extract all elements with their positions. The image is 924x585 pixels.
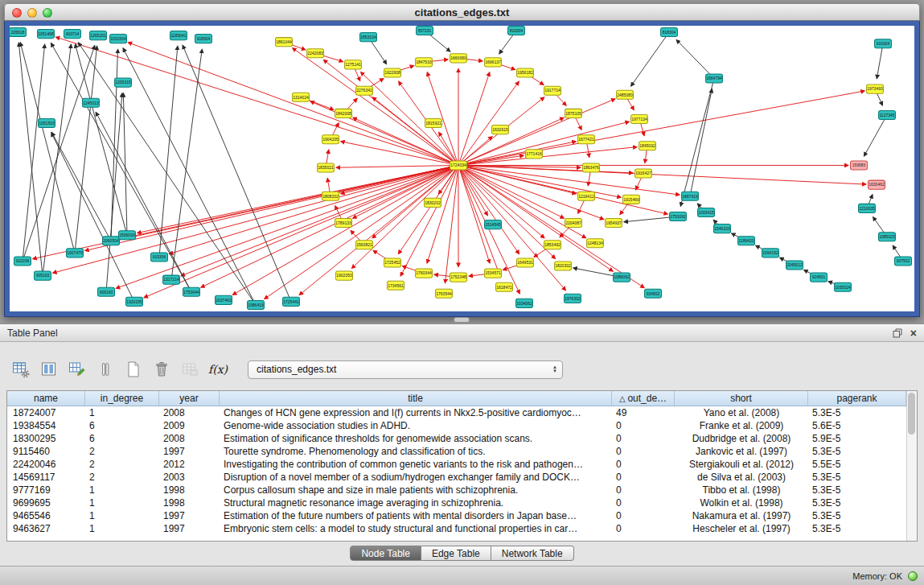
- graph-node[interactable]: 1696137: [485, 58, 502, 67]
- graph-node[interactable]: 1085023: [879, 233, 896, 241]
- tab-network-table[interactable]: Network Table: [491, 546, 574, 561]
- graph-node[interactable]: 1649531: [517, 258, 534, 267]
- graph-node[interactable]: 1320155: [126, 297, 143, 306]
- graph-node[interactable]: 1863476: [583, 163, 600, 172]
- graph-node[interactable]: 915306: [151, 253, 168, 262]
- column-header-pagerank[interactable]: pagerank: [808, 391, 906, 406]
- table-mode-button[interactable]: [10, 358, 32, 381]
- table-row[interactable]: 1938455462009Genome-wide association stu…: [7, 419, 906, 432]
- graph-node[interactable]: 934502: [645, 289, 662, 298]
- graph-node[interactable]: 1632615: [492, 126, 509, 134]
- close-window-button[interactable]: [12, 8, 22, 18]
- graph-node[interactable]: 1183041: [170, 31, 187, 40]
- graph-node[interactable]: 924501: [811, 273, 827, 282]
- show-columns-button[interactable]: [38, 358, 60, 381]
- graph-node[interactable]: 159583: [851, 161, 868, 170]
- graph-node[interactable]: 1086062: [614, 273, 630, 282]
- column-header-in_degree[interactable]: in_degree: [85, 391, 159, 406]
- graph-node[interactable]: 1725452: [384, 258, 401, 267]
- minimize-window-button[interactable]: [27, 8, 37, 18]
- graph-node[interactable]: 1808202: [322, 192, 339, 200]
- table-row[interactable]: 946554611997Estimation of the future num…: [7, 509, 906, 522]
- table-row[interactable]: 1872400712008Changes of HCN gene express…: [7, 406, 906, 419]
- graph-node[interactable]: 910236: [14, 257, 31, 266]
- graph-node[interactable]: 1546103: [714, 225, 731, 233]
- graph-node[interactable]: 1667919: [682, 192, 699, 200]
- close-panel-button[interactable]: ×: [910, 328, 917, 338]
- tab-node-table[interactable]: Node Table: [350, 546, 421, 561]
- graph-node[interactable]: 1973493: [867, 84, 884, 93]
- graph-node[interactable]: 2060504: [103, 237, 120, 245]
- graph-node[interactable]: 905193: [35, 271, 51, 280]
- graph-node[interactable]: 1789133: [335, 219, 352, 228]
- graph-node[interactable]: 205618: [10, 28, 27, 37]
- graph-node[interactable]: 2037463: [216, 295, 232, 304]
- window-titlebar[interactable]: citations_edges.txt: [4, 3, 920, 21]
- network-selector[interactable]: citations_edges.txt ▲▼: [248, 360, 563, 379]
- graph-node[interactable]: 1317214: [163, 275, 180, 284]
- row-options-button[interactable]: [94, 358, 117, 381]
- graph-node[interactable]: 1853492: [544, 241, 561, 249]
- table-row[interactable]: 977716911998Corpus callosum shape and si…: [7, 484, 906, 496]
- graph-node[interactable]: 1752348: [450, 273, 467, 282]
- graph-node[interactable]: 1753944: [183, 287, 200, 296]
- graph-node[interactable]: 1051503: [39, 118, 55, 127]
- network-view[interactable]: 1724034186347612164122204087185349216495…: [10, 26, 914, 311]
- graph-node[interactable]: 903714: [64, 30, 81, 39]
- graph-node[interactable]: 1875105: [565, 109, 582, 117]
- function-builder-button[interactable]: f(x): [207, 358, 229, 381]
- graph-node[interactable]: 1660950: [450, 54, 467, 63]
- graph-node[interactable]: 1724034: [450, 161, 467, 170]
- graph-node[interactable]: 1820302: [555, 262, 572, 270]
- column-header-short[interactable]: short: [675, 391, 808, 406]
- column-header-title[interactable]: title: [220, 391, 612, 406]
- graph-node[interactable]: 916304: [875, 39, 892, 48]
- graph-node[interactable]: 1314024: [293, 93, 310, 101]
- column-header-name[interactable]: name: [7, 391, 85, 406]
- graph-node[interactable]: 1977134: [631, 114, 648, 123]
- graph-node[interactable]: 1853104: [360, 33, 377, 42]
- graph-node[interactable]: 1760344: [416, 269, 433, 278]
- column-header-out_de[interactable]: △ out_de…: [612, 391, 675, 406]
- graph-node[interactable]: 557231: [417, 27, 433, 35]
- table-row[interactable]: 1456911722003Disruption of a novel membe…: [7, 471, 906, 484]
- graph-node[interactable]: 1915469: [623, 195, 640, 204]
- graph-node[interactable]: 1248134: [587, 239, 604, 248]
- graph-node[interactable]: 1954937: [606, 219, 622, 228]
- table-row[interactable]: 946362711997Embryonic stem cells: a mode…: [7, 522, 906, 535]
- graph-node[interactable]: 1753092: [670, 212, 687, 220]
- new-column-button[interactable]: [122, 358, 145, 381]
- graph-node[interactable]: 1265201: [90, 31, 107, 40]
- graph-node[interactable]: 918304: [195, 35, 212, 43]
- graph-node[interactable]: 1275141: [345, 60, 362, 69]
- edit-table-button[interactable]: [66, 358, 88, 381]
- zoom-window-button[interactable]: [43, 8, 52, 18]
- graph-node[interactable]: 1835021: [318, 163, 335, 172]
- graph-node[interactable]: 1830202: [425, 198, 441, 207]
- graph-node[interactable]: 2204087: [565, 219, 582, 228]
- tab-edge-table[interactable]: Edge Table: [421, 546, 491, 561]
- graph-node[interactable]: 1007479: [67, 249, 84, 257]
- graph-node[interactable]: 1534571: [485, 269, 502, 278]
- float-panel-button[interactable]: [893, 328, 902, 338]
- graph-node[interactable]: 1916427: [635, 169, 652, 178]
- column-header-year[interactable]: year: [159, 391, 220, 406]
- graph-node[interactable]: 1902053: [336, 271, 353, 280]
- delete-column-button[interactable]: [150, 358, 173, 381]
- graph-node[interactable]: 1677421: [578, 135, 595, 144]
- graph-node[interactable]: 1210635: [859, 204, 876, 212]
- graph-node[interactable]: 1127345: [879, 110, 896, 119]
- graph-node[interactable]: 1034062: [516, 299, 533, 307]
- scrollbar-thumb[interactable]: [908, 393, 915, 435]
- graph-node[interactable]: 1815921: [425, 118, 442, 127]
- graph-node[interactable]: 1093415: [698, 208, 715, 216]
- graph-node[interactable]: 1563821: [356, 241, 373, 249]
- graph-node[interactable]: 1956182: [517, 68, 534, 77]
- graph-node[interactable]: 1035024: [835, 282, 852, 291]
- graph-node[interactable]: 1976302: [565, 294, 581, 303]
- graph-node[interactable]: 2485083: [617, 90, 634, 99]
- graph-node[interactable]: 1216412: [578, 192, 595, 200]
- graph-node[interactable]: 1847533: [416, 58, 433, 67]
- table-row[interactable]: 1830029562008Estimation of significance …: [7, 432, 906, 445]
- graph-node[interactable]: 1725441: [283, 297, 300, 306]
